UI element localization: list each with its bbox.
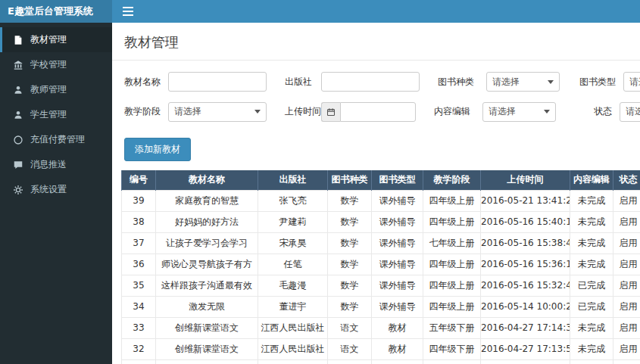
table-row: 33 创维新课堂语文 江西人民出版社 语文 教材 五年级下册 2016-04-2… [122, 317, 640, 338]
cell-status: 启用 [613, 317, 640, 338]
cell-edit-status: 未完成 [570, 317, 613, 338]
table-row: 39 家庭教育的智慧 张飞亮 数学 课外辅导 四年级上册 2016-05-21 … [122, 190, 640, 211]
cell-stage: 四年级上册 [423, 275, 481, 296]
sidebar-item-teacher-management[interactable]: 教师管理 [0, 77, 112, 102]
table-row: 31 创维新课堂数学 江西人民出版社 数学 教材 五年级下册 2016-04-2… [122, 359, 640, 364]
textbook-name-label: 教材名称 [124, 76, 168, 89]
page-header: 教材管理 [112, 23, 640, 61]
header-category: 图书种类 [328, 170, 372, 190]
table-header-row: 编号 教材名称 出版社 图书种类 图书类型 教学阶段 上传时间 内容编辑 状态 [122, 170, 640, 190]
upload-time-input[interactable] [340, 102, 416, 122]
cell-category: 数学 [328, 359, 372, 364]
table-row: 35 这样跟孩子沟通最有效 毛趣漫 数学 课外辅导 四年级上册 2016-05-… [122, 275, 640, 296]
sidebar-item-system-settings[interactable]: 系统设置 [0, 177, 112, 202]
cell-category: 数学 [328, 211, 372, 232]
app-logo[interactable]: E趣堂后台管理系统 [0, 0, 112, 23]
cell-category: 语文 [328, 317, 372, 338]
cell-status: 启用 [613, 232, 640, 254]
sidebar-item-label: 教师管理 [30, 83, 67, 96]
cell-name: 创维新课堂语文 [156, 317, 258, 338]
textbook-name-input[interactable] [168, 72, 267, 92]
book-type-label: 图书类型 [578, 76, 623, 89]
cell-edit-status: 已完成 [570, 296, 613, 317]
cell-category: 数学 [328, 232, 372, 254]
cell-type: 课外辅导 [372, 232, 423, 254]
cell-publisher: 江西人民出版社 [258, 338, 328, 359]
status-label: 状态 [574, 105, 620, 118]
sidebar-item-student-management[interactable]: 学生管理 [0, 102, 112, 127]
navbar [112, 0, 640, 23]
content-editor-label: 内容编辑 [434, 105, 482, 118]
app-title: E趣堂后台管理系统 [8, 5, 93, 18]
filter-content-editor: 内容编辑 请选择 [434, 102, 556, 122]
filter-book-type: 图书类型 请选择 [578, 72, 640, 92]
sidebar-item-school-management[interactable]: 学校管理 [0, 52, 112, 77]
header-edit-status: 内容编辑 [570, 170, 613, 190]
filter-panel: 教材名称 出版社 图书种类 请选择 图书类型 请选择 [112, 61, 640, 133]
cell-id: 32 [122, 338, 156, 359]
cell-stage: 四年级上册 [423, 296, 481, 317]
cell-upload-time: 2016-05-16 15:40:14 [481, 211, 570, 232]
settings-icon [13, 185, 23, 195]
sidebar-item-textbook-management[interactable]: 教材管理 [0, 27, 112, 52]
status-select[interactable]: 请选择 [620, 102, 640, 122]
cell-name: 激发无限 [156, 296, 258, 317]
teaching-stage-select[interactable]: 请选择 [168, 102, 267, 122]
cell-id: 39 [122, 190, 156, 211]
textbook-table-wrap: 编号 教材名称 出版社 图书种类 图书类型 教学阶段 上传时间 内容编辑 状态 … [112, 170, 640, 364]
cell-type: 教材 [372, 338, 423, 359]
sidebar-toggle-button[interactable] [112, 0, 144, 23]
cell-status: 启用 [613, 211, 640, 232]
page-title: 教材管理 [124, 33, 628, 51]
header-name: 教材名称 [156, 170, 258, 190]
cell-id: 37 [122, 232, 156, 254]
cell-edit-status: 未完成 [570, 254, 613, 275]
cell-name: 让孩子爱学习会学习 [156, 232, 258, 254]
cell-type: 课外辅导 [372, 296, 423, 317]
cell-stage: 七年级上册 [423, 232, 481, 254]
cell-id: 34 [122, 296, 156, 317]
cell-stage: 五年级下册 [423, 359, 481, 364]
sidebar-item-payment-management[interactable]: 充值付费管理 [0, 127, 112, 152]
payment-icon [13, 135, 23, 145]
table-row: 32 创维新课堂语文 江西人民出版社 语文 教材 四年级下册 2016-04-2… [122, 338, 640, 359]
header-type: 图书类型 [372, 170, 423, 190]
cell-upload-time: 2016-05-16 15:38:48 [481, 232, 570, 254]
book-category-select[interactable]: 请选择 [486, 72, 560, 92]
book-type-select[interactable]: 请选择 [623, 72, 640, 92]
cell-stage: 五年级下册 [423, 317, 481, 338]
filter-textbook-name: 教材名称 [124, 72, 267, 92]
cell-type: 课外辅导 [372, 211, 423, 232]
cell-edit-status: 未完成 [570, 359, 613, 364]
hamburger-icon-bar [123, 11, 133, 12]
cell-publisher: 董进宇 [258, 296, 328, 317]
cell-category: 数学 [328, 190, 372, 211]
book-type-value: 请选择 [629, 76, 640, 89]
filter-teaching-stage: 教学阶段 请选择 [124, 102, 267, 122]
cell-id: 33 [122, 317, 156, 338]
hamburger-icon-bar [123, 14, 133, 16]
cell-category: 数学 [328, 275, 372, 296]
cell-type: 课外辅导 [372, 254, 423, 275]
message-icon [13, 160, 23, 170]
add-textbook-button[interactable]: 添加新教材 [124, 138, 191, 161]
cell-id: 38 [122, 211, 156, 232]
cell-stage: 四年级上册 [423, 211, 481, 232]
table-row: 34 激发无限 董进宇 数学 课外辅导 四年级上册 2016-05-14 10:… [122, 296, 640, 317]
cell-type: 课外辅导 [372, 190, 423, 211]
cell-name: 家庭教育的智慧 [156, 190, 258, 211]
cell-upload-time: 2016-04-27 17:12:46 [481, 359, 570, 364]
cell-type: 教材 [372, 359, 423, 364]
cell-publisher: 张飞亮 [258, 190, 328, 211]
content-editor-select[interactable]: 请选择 [482, 102, 556, 122]
cell-upload-time: 2016-05-14 10:00:20 [481, 296, 570, 317]
teaching-stage-label: 教学阶段 [124, 105, 168, 118]
book-category-value: 请选择 [492, 76, 520, 89]
cell-status: 启用 [613, 338, 640, 359]
sidebar: 教材管理 学校管理 教师管理 学生管理 充值付费管理 消息推送 系统设置 [0, 23, 112, 364]
header-upload-time: 上传时间 [481, 170, 570, 190]
cell-name: 这样跟孩子沟通最有效 [156, 275, 258, 296]
teacher-icon [13, 85, 23, 95]
sidebar-item-message-push[interactable]: 消息推送 [0, 152, 112, 177]
publisher-input[interactable] [321, 72, 420, 92]
